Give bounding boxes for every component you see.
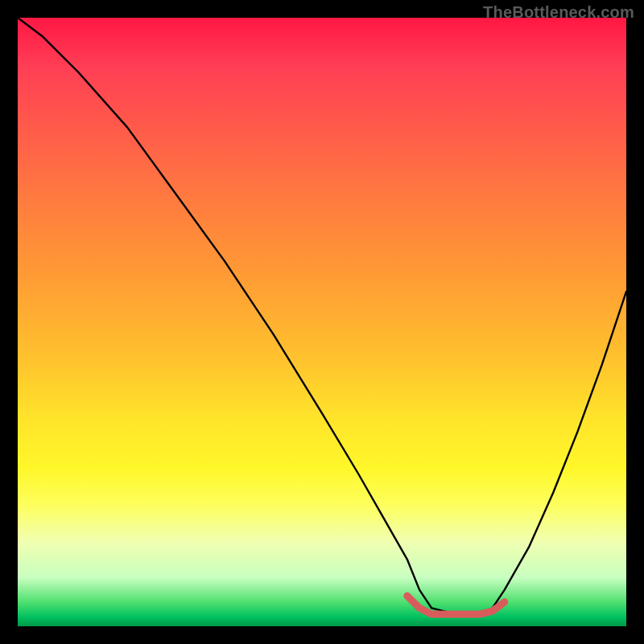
watermark-text: TheBottleneck.com [483,3,634,22]
chart-frame: TheBottleneck.com [0,0,644,644]
optimal-range-highlight [407,596,505,614]
curve-layer [18,18,626,626]
plot-area [18,18,626,626]
bottleneck-curve [18,18,626,614]
